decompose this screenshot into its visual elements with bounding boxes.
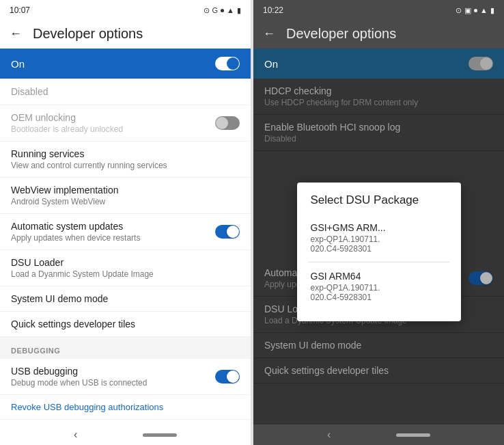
- left-setting-quicksettings[interactable]: Quick settings developer tiles: [0, 312, 251, 337]
- left-nav-bar: ‹: [0, 424, 251, 445]
- left-settings-content: Disabled OEM unlocking Bootloader is alr…: [0, 79, 251, 424]
- left-setting-disabled: Disabled: [0, 79, 251, 105]
- left-phone: 10:07 ⊙ G ▲ ▮ ← Developer options On Dis…: [0, 0, 251, 445]
- right-battery: ▮: [490, 6, 494, 15]
- left-debugging-label: DEBUGGING: [11, 347, 60, 355]
- left-usb-toggle-knob: [227, 370, 239, 383]
- left-setting-running[interactable]: Running services View and control curren…: [0, 141, 251, 178]
- left-running-subtitle: View and control currently running servi…: [11, 161, 240, 170]
- right-icon1: ⊙: [456, 6, 462, 15]
- wifi-icon: ▲: [227, 6, 234, 14]
- left-webview-subtitle: Android System WebView: [11, 197, 240, 206]
- left-home-pill[interactable]: [143, 433, 177, 437]
- right-icon2: ▣: [464, 6, 471, 15]
- left-status-bar: 10:07 ⊙ G ▲ ▮: [0, 0, 251, 19]
- left-oem-toggle[interactable]: [215, 116, 240, 130]
- left-disabled-title: Disabled: [11, 86, 48, 97]
- right-nav-bar: ‹: [253, 424, 504, 445]
- left-quicksettings-title: Quick settings developer tiles: [11, 319, 240, 329]
- left-on-label: On: [11, 58, 25, 70]
- right-on-toggle-knob: [480, 57, 492, 70]
- left-setting-autoupdate[interactable]: Automatic system updates Apply updates w…: [0, 214, 251, 250]
- left-autoupdate-text: Automatic system updates Apply updates w…: [11, 221, 140, 243]
- select-dsu-dialog: Select DSU Package GSI+GMS ARM... exp-QP…: [297, 183, 461, 321]
- left-usb-toggle[interactable]: [215, 370, 240, 383]
- left-back-button[interactable]: ←: [10, 27, 22, 41]
- right-on-label: On: [264, 58, 278, 70]
- right-settings-container: HDCP checking Use HDCP checking for DRM …: [253, 79, 504, 424]
- battery-icon: ▮: [237, 6, 241, 15]
- left-oem-subtitle: Bootloader is already unlocked: [11, 124, 123, 134]
- left-revoke-title: Revoke USB debugging authorizations: [11, 402, 240, 412]
- left-on-toggle-knob: [227, 57, 239, 70]
- google-icon: ⊙: [204, 6, 210, 15]
- left-autoupdate-subtitle: Apply updates when device restarts: [11, 233, 140, 243]
- right-app-title: Developer options: [286, 26, 396, 42]
- left-setting-oem[interactable]: OEM unlocking Bootloader is already unlo…: [0, 105, 251, 141]
- right-wifi: ▲: [480, 6, 488, 14]
- left-dsu-subtitle: Load a Dyanmic System Update Image: [11, 269, 240, 279]
- right-on-bar: On: [253, 49, 504, 79]
- left-app-bar: ← Developer options: [0, 19, 251, 49]
- left-dsu-title: DSU Loader: [11, 257, 240, 268]
- left-back-nav[interactable]: ‹: [74, 429, 77, 441]
- left-setting-revoke[interactable]: Revoke USB debugging authorizations: [0, 395, 251, 420]
- left-on-bar: On: [0, 49, 251, 79]
- left-setting-webview[interactable]: WebView implementation Android System We…: [0, 178, 251, 214]
- left-usb-subtitle: Debug mode when USB is connected: [11, 378, 147, 388]
- left-time: 10:07: [10, 5, 30, 15]
- right-status-icons: ⊙ ▣ ▲ ▮: [456, 6, 494, 15]
- left-usb-title: USB debugging: [11, 366, 147, 377]
- dialog-item-gsi-arm64-title: GSI ARM64: [311, 271, 447, 282]
- right-phone: 10:22 ⊙ ▣ ▲ ▮ ← Developer options On HDC…: [253, 0, 504, 445]
- left-setting-systemui[interactable]: System UI demo mode: [0, 286, 251, 312]
- left-oem-title: OEM unlocking: [11, 112, 123, 123]
- right-home-pill[interactable]: [396, 433, 430, 437]
- right-dialog-overlay: Select DSU Package GSI+GMS ARM... exp-QP…: [253, 79, 504, 424]
- dialog-title: Select DSU Package: [297, 193, 461, 214]
- right-app-bar: ← Developer options: [253, 19, 504, 49]
- left-setting-usb[interactable]: USB debugging Debug mode when USB is con…: [0, 359, 251, 395]
- left-webview-title: WebView implementation: [11, 185, 240, 195]
- left-oem-text: OEM unlocking Bootloader is already unlo…: [11, 112, 123, 134]
- left-running-title: Running services: [11, 148, 240, 159]
- left-debugging-section: DEBUGGING: [0, 337, 251, 359]
- dot-icon: [221, 9, 224, 12]
- right-back-button[interactable]: ←: [263, 27, 275, 41]
- left-oem-toggle-knob: [216, 117, 228, 129]
- left-setting-dsu[interactable]: DSU Loader Load a Dyanmic System Update …: [0, 250, 251, 286]
- right-dot: [474, 9, 477, 12]
- left-systemui-title: System UI demo mode: [11, 293, 240, 304]
- left-usb-text: USB debugging Debug mode when USB is con…: [11, 366, 147, 388]
- g-icon: G: [212, 6, 219, 14]
- right-status-bar: 10:22 ⊙ ▣ ▲ ▮: [253, 0, 504, 19]
- left-autoupdate-toggle[interactable]: [215, 225, 240, 239]
- dialog-item-gsi-gms[interactable]: GSI+GMS ARM... exp-QP1A.190711.020.C4-59…: [297, 214, 461, 262]
- left-autoupdate-title: Automatic system updates: [11, 221, 140, 232]
- right-time: 10:22: [263, 5, 283, 15]
- left-on-toggle[interactable]: [215, 57, 240, 70]
- left-status-icons: ⊙ G ▲ ▮: [204, 6, 241, 15]
- dialog-item-gsi-gms-subtitle: exp-QP1A.190711.020.C4-5928301: [311, 234, 447, 254]
- right-on-toggle[interactable]: [468, 57, 493, 70]
- left-autoupdate-toggle-knob: [227, 226, 239, 238]
- right-back-nav[interactable]: ‹: [327, 429, 331, 441]
- left-app-title: Developer options: [33, 26, 143, 42]
- dialog-item-gsi-gms-title: GSI+GMS ARM...: [311, 222, 447, 233]
- dialog-item-gsi-arm64-subtitle: exp-QP1A.190711.020.C4-5928301: [311, 283, 447, 302]
- dialog-item-gsi-arm64[interactable]: GSI ARM64 exp-QP1A.190711.020.C4-5928301: [297, 262, 461, 310]
